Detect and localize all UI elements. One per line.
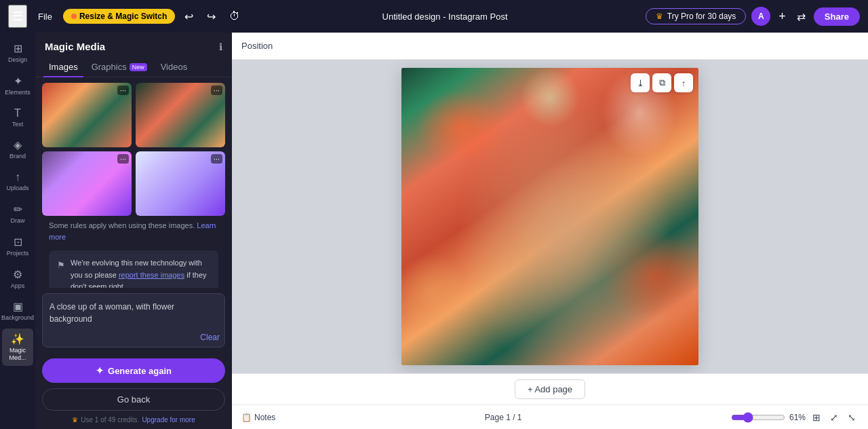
rules-text: Some rules apply when using these images… [42,216,225,246]
canvas-action-btns: ⤓ ⧉ ↑ [631,73,693,92]
generate-again-btn[interactable]: ✦ Generate again [42,358,225,383]
panel-header: Magic Media ℹ [35,33,232,58]
list-item[interactable]: ··· [42,83,132,147]
prompt-area: Clear [35,288,232,356]
canvas-area: Position ⤓ ⧉ ↑ ↺ + Add page 📋 [232,33,868,429]
credits-info: ♛ Use 1 of 49 credits. Upgrade for more [35,413,232,429]
list-item[interactable]: ··· [136,83,225,147]
go-back-btn[interactable]: Go back [42,388,225,411]
download-btn[interactable]: ⤓ [631,73,650,92]
clear-prompt-btn[interactable]: Clear [200,333,220,342]
share-btn[interactable]: Share [814,7,860,26]
sidebar-item-uploads[interactable]: ↑ Uploads [2,167,33,196]
evolving-notice: ⚑ We're evolving this new technology wit… [49,250,218,288]
expand-btn[interactable]: ⤡ [845,411,859,424]
sidebar-item-label-design: Design [8,56,27,64]
tab-images[interactable]: Images [43,58,83,77]
canvas-viewport[interactable]: ⤓ ⧉ ↑ ↺ [232,60,868,373]
zoom-percent: 61% [789,413,806,422]
resize-magic-btn[interactable]: Resize & Magic Switch [63,9,175,24]
canvas-frame[interactable]: ⤓ ⧉ ↑ [401,68,698,365]
notes-icon: 📋 [241,413,252,422]
sidebar-item-label-magic-media: Magic Med... [5,347,31,362]
thumb-dots-btn-2[interactable]: ··· [211,86,222,95]
crown-small-icon: ♛ [72,416,78,424]
page-info: Page 1 / 1 [485,413,522,422]
canvas-footer: 📋 Notes Page 1 / 1 61% ⊞ ⤢ ⤡ [232,405,868,429]
uploads-icon: ↑ [15,171,20,183]
list-item[interactable]: ··· [42,151,132,216]
canvas-bottom: + Add page [232,373,868,405]
add-page-btn[interactable]: + Add page [515,379,585,399]
sparkle-icon: ✦ [96,365,104,376]
thumb-dots-btn-4[interactable]: ··· [211,154,222,164]
menu-icon-btn[interactable]: ☰ [8,5,27,28]
try-pro-btn[interactable]: ♛ Try Pro for 30 days [646,8,747,24]
flag-icon: ⚑ [57,259,65,288]
panels-sidebar: Magic Media ℹ Images Graphics New Videos… [35,33,232,429]
zoom-slider[interactable] [731,412,785,423]
position-label: Position [241,41,273,51]
thumb-dots-btn-3[interactable]: ··· [117,154,129,164]
copy-btn[interactable]: ⧉ [652,73,671,92]
collab-icon-btn[interactable]: ⇄ [794,7,808,26]
sidebar-item-design[interactable]: ⊞ Design [2,38,33,68]
brand-icon: ◈ [14,138,22,151]
magic-media-icon: ✨ [11,333,24,346]
design-title: Untitled design - Instagram Post [250,12,639,22]
sidebar-item-label-background: Background [1,314,34,322]
sidebar-item-label-text: Text [12,121,24,128]
sidebar-item-draw[interactable]: ✏ Draw [2,199,33,229]
thumb-dots-btn-1[interactable]: ··· [117,86,129,95]
draw-icon: ✏ [14,203,22,216]
text-icon: T [14,107,21,119]
image-grid: ··· ··· ··· [42,83,225,216]
user-avatar[interactable]: A [751,7,770,26]
icon-sidebar: ⊞ Design ✦ Elements T Text ◈ Brand ↑ Upl… [0,33,35,429]
sidebar-item-brand[interactable]: ◈ Brand [2,134,33,164]
panel-title: Magic Media [45,41,105,52]
sidebar-item-label-brand: Brand [9,153,26,160]
panel-info-btn[interactable]: ℹ [219,41,222,52]
file-menu-btn[interactable]: File [33,9,58,24]
canvas-overlay [401,68,698,365]
sidebar-item-label-apps: Apps [11,282,25,290]
timer-btn[interactable]: ⏱ [225,7,244,25]
redo-btn[interactable]: ↪ [203,7,220,26]
tab-graphics[interactable]: Graphics New [86,58,153,77]
fit-btn[interactable]: ⤢ [827,411,841,424]
sidebar-item-label-elements: Elements [5,89,31,96]
crown-icon: ♛ [656,12,663,21]
sidebar-item-apps[interactable]: ⚙ Apps [2,264,33,294]
tab-videos[interactable]: Videos [155,58,193,77]
sidebar-item-magic-media[interactable]: ✨ Magic Med... [2,329,33,366]
graphics-new-badge: New [130,63,147,71]
grid-view-btn[interactable]: ⊞ [810,411,823,424]
sidebar-item-label-draw: Draw [10,217,24,225]
notes-btn[interactable]: 📋 Notes [241,413,275,422]
sidebar-item-background[interactable]: ▣ Background [2,296,33,326]
upgrade-link[interactable]: Upgrade for more [142,416,195,424]
canvas-toolbar: Position [232,33,868,60]
sidebar-item-label-projects: Projects [7,250,29,257]
prompt-textarea[interactable] [42,293,225,348]
panel-tabs: Images Graphics New Videos [35,58,232,77]
sidebar-item-elements[interactable]: ✦ Elements [2,71,33,100]
report-images-link[interactable]: report these images [119,271,184,279]
topbar: ☰ File Resize & Magic Switch ↩ ↪ ⏱ Untit… [0,0,868,33]
add-collaborator-btn[interactable]: + [776,10,789,24]
sidebar-item-text[interactable]: T Text [2,103,33,132]
list-item[interactable]: ··· [136,151,225,216]
projects-icon: ⊡ [14,236,22,248]
elements-icon: ✦ [14,75,22,88]
background-icon: ▣ [13,300,23,313]
sidebar-item-label-uploads: Uploads [6,185,28,192]
more-btn[interactable]: ↑ [674,73,693,92]
sidebar-item-projects[interactable]: ⊡ Projects [2,231,33,261]
footer-right: 61% ⊞ ⤢ ⤡ [731,411,859,424]
apps-icon: ⚙ [13,268,22,281]
undo-btn[interactable]: ↩ [180,7,197,26]
main-layout: ⊞ Design ✦ Elements T Text ◈ Brand ↑ Upl… [0,33,868,429]
image-grid-container[interactable]: ··· ··· ··· [35,77,232,288]
magic-dot-icon [71,14,77,19]
